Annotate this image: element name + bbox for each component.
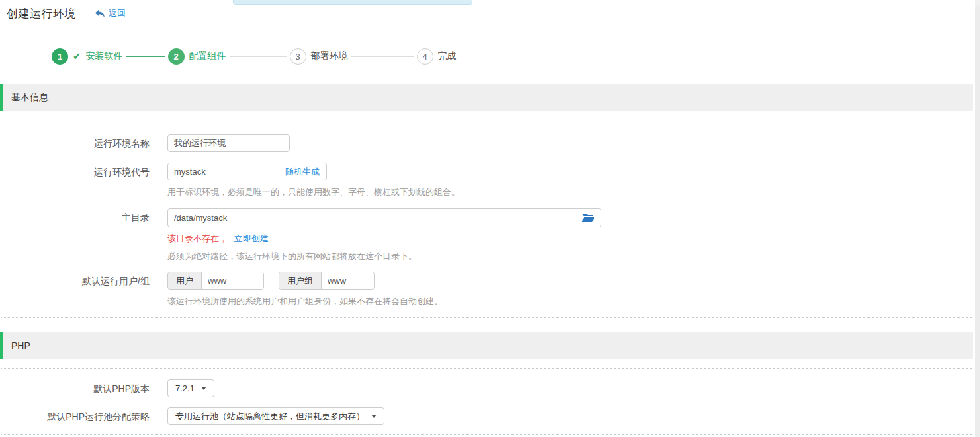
user-input[interactable] xyxy=(202,272,263,289)
group-addon-label: 用户组 xyxy=(279,272,322,289)
back-link[interactable]: 返回 xyxy=(95,7,126,20)
home-dir-label: 主目录 xyxy=(1,208,150,224)
home-dir-input-wrap xyxy=(167,208,601,227)
env-name-row: 运行环境名称 xyxy=(1,134,973,152)
pool-strategy-value: 专用运行池（站点隔离性更好，但消耗更多内存） xyxy=(175,411,365,422)
chevron-down-icon xyxy=(201,387,206,390)
step-1-circle: 1 xyxy=(52,48,68,65)
run-user-help: 该运行环境所使用的系统用户和用户组身份，如果不存在将会自动创建。 xyxy=(167,296,443,307)
step-2-circle: 2 xyxy=(168,48,185,65)
pool-strategy-select[interactable]: 专用运行池（站点隔离性更好，但消耗更多内存） xyxy=(167,407,384,425)
pool-strategy-label: 默认PHP运行池分配策略 xyxy=(1,407,150,423)
section-header-basic-info: 基本信息 xyxy=(0,84,973,111)
env-code-input-group: 随机生成 xyxy=(167,163,327,180)
folder-open-icon xyxy=(582,212,595,223)
user-input-group: 用户 xyxy=(167,272,264,290)
user-group-inputs: 用户 用户组 xyxy=(167,272,443,290)
step-2-label: 配置组件 xyxy=(189,50,226,62)
home-dir-error-text: 该目录不存在， xyxy=(167,233,228,243)
basic-info-panel: 运行环境名称 运行环境代号 随机生成 用于标识环境，必须是唯一的，只能使用数字、… xyxy=(1,124,973,318)
scrollbar-thumb[interactable] xyxy=(975,5,980,437)
home-dir-row: 主目录 该目录不存在， 立即创建 必须为绝对路径，该运行环境下的所有网站都将放在 xyxy=(1,208,973,262)
step-1-check-icon: ✔ xyxy=(73,50,81,62)
php-version-label: 默认PHP版本 xyxy=(1,379,150,395)
php-panel: 默认PHP版本 7.2.1 默认PHP运行池分配策略 专用运行池（站点隔离性更好… xyxy=(1,368,973,435)
back-link-label: 返回 xyxy=(109,7,126,20)
env-code-row: 运行环境代号 随机生成 用于标识环境，必须是唯一的，只能使用数字、字母、横杠或下… xyxy=(1,163,973,198)
home-dir-input[interactable] xyxy=(167,208,601,227)
env-code-label: 运行环境代号 xyxy=(1,163,150,179)
step-connector-1 xyxy=(126,56,165,57)
php-version-select[interactable]: 7.2.1 xyxy=(167,379,214,397)
step-4-circle: 4 xyxy=(417,48,433,65)
home-dir-help: 必须为绝对路径，该运行环境下的所有网站都将放在这个目录下。 xyxy=(167,251,601,262)
page-header: 创建运行环境 返回 xyxy=(7,6,126,21)
user-addon-label: 用户 xyxy=(168,272,202,289)
home-dir-error-line: 该目录不存在， 立即创建 xyxy=(167,233,601,245)
env-code-help: 用于标识环境，必须是唯一的，只能使用数字、字母、横杠或下划线的组合。 xyxy=(167,186,460,198)
php-version-value: 7.2.1 xyxy=(175,383,195,393)
step-3-label: 部署环境 xyxy=(311,50,348,62)
section-header-php: PHP xyxy=(0,332,973,359)
php-version-row: 默认PHP版本 7.2.1 xyxy=(1,379,973,397)
env-name-input[interactable] xyxy=(167,134,290,152)
step-wizard: 1 ✔ 安装软件 2 配置组件 3 部署环境 4 完成 xyxy=(52,48,457,65)
chevron-down-icon xyxy=(371,415,377,418)
env-name-label: 运行环境名称 xyxy=(1,134,150,150)
group-input[interactable] xyxy=(322,272,374,289)
create-environment-page: 创建运行环境 返回 1 ✔ 安装软件 2 配置组件 3 部署环境 4 完成 基本… xyxy=(0,0,980,437)
section-title-basic: 基本信息 xyxy=(11,92,48,104)
browse-folder-button[interactable] xyxy=(581,211,596,224)
create-now-link[interactable]: 立即创建 xyxy=(234,233,269,243)
run-user-label: 默认运行用户/组 xyxy=(1,272,150,288)
step-4-label: 完成 xyxy=(438,50,457,62)
random-generate-link[interactable]: 随机生成 xyxy=(279,163,326,180)
env-code-input[interactable] xyxy=(168,163,279,180)
back-arrow-icon xyxy=(95,9,105,19)
step-1-label: 安装软件 xyxy=(86,50,123,62)
run-user-row: 默认运行用户/组 用户 用户组 该运行环境所使用的系统用户和用户组身份，如果不存… xyxy=(1,272,973,307)
group-input-group: 用户组 xyxy=(279,272,375,290)
step-3-circle: 3 xyxy=(290,48,306,65)
notification-remnant xyxy=(233,0,472,5)
page-title: 创建运行环境 xyxy=(7,6,76,21)
section-title-php: PHP xyxy=(11,340,30,351)
step-connector-3 xyxy=(351,56,414,57)
vertical-scrollbar[interactable] xyxy=(975,0,980,437)
pool-strategy-row: 默认PHP运行池分配策略 专用运行池（站点隔离性更好，但消耗更多内存） xyxy=(1,407,973,425)
step-connector-2 xyxy=(230,56,287,57)
